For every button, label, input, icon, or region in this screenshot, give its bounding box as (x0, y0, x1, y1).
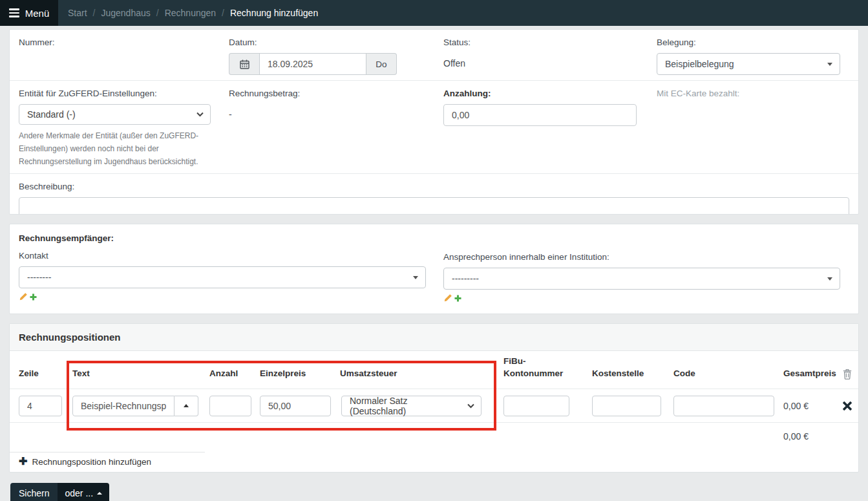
menu-button-label: Menü (25, 8, 50, 19)
datum-input[interactable] (259, 53, 366, 75)
breadcrumb-jugendhaus[interactable]: Jugendhaus (101, 8, 150, 18)
calendar-addon[interactable] (229, 53, 259, 75)
zeile-input[interactable] (19, 396, 62, 416)
col-header-fibu-kontonummer: FiBu-Kontonummer (496, 355, 584, 380)
datum-label: Datum: (229, 37, 443, 47)
einzelpreis-input[interactable] (260, 396, 331, 416)
positionen-title: Rechnungspositionen (10, 324, 858, 351)
ec-karte-label: Mit EC-Karte bezahlt: (657, 89, 849, 98)
save-options-label: oder ... (65, 488, 93, 498)
save-button[interactable]: Sichern (10, 483, 58, 501)
status-label: Status: (443, 37, 657, 47)
entitaet-help-text: Andere Merkmale der Entität (außer den Z… (19, 130, 211, 168)
datum-input-group: Do (229, 53, 397, 75)
chevron-down-icon (467, 403, 474, 409)
empfaenger-panel: Rechnungsempfänger: Kontakt -------- Ans… (9, 224, 859, 314)
col-header-code: Code (668, 367, 778, 380)
breadcrumb: Start / Jugendhaus / Rechnungen / Rechnu… (68, 8, 318, 18)
caret-down-icon (827, 63, 832, 66)
status-value: Offen (443, 53, 657, 69)
positionen-total-row: 0,00 € (10, 423, 858, 453)
umsatzsteuer-select[interactable]: Normaler Satz (Deutschland) (341, 396, 482, 416)
add-kontakt-plus-icon[interactable] (29, 293, 37, 301)
beschreibung-label: Beschreibung: (19, 182, 849, 191)
fibu-kontonummer-input[interactable] (503, 396, 569, 416)
caret-down-icon (413, 276, 418, 279)
menu-button[interactable]: Menü (0, 0, 58, 26)
entitaet-select[interactable]: Standard (-) (19, 104, 211, 125)
kontakt-label: Kontakt (19, 251, 426, 261)
datum-weekday-addon: Do (366, 53, 397, 75)
kostenstelle-input[interactable] (592, 396, 661, 416)
form-actions: Sichern oder ... (10, 483, 849, 501)
breadcrumb-current: Rechnung hinzufügen (230, 8, 318, 18)
total-row-divider (10, 452, 205, 453)
col-header-kostenstelle: Kostenstelle (584, 367, 668, 380)
col-header-einzelpreis: Einzelpreis (255, 367, 335, 380)
positionen-panel: Rechnungspositionen Zeile Text Anzahl Ei… (9, 323, 859, 473)
breadcrumb-rechnungen[interactable]: Rechnungen (165, 8, 216, 18)
add-ansprechperson-plus-icon[interactable] (454, 294, 462, 303)
rechnungsempfaenger-title: Rechnungsempfänger: (19, 233, 426, 243)
caret-down-icon (827, 277, 832, 281)
breadcrumb-start[interactable]: Start (68, 8, 87, 18)
position-text-input[interactable] (72, 396, 175, 416)
caret-up-icon (97, 492, 102, 495)
col-header-zeile: Zeile (10, 367, 69, 380)
kontakt-dropdown-value: -------- (27, 272, 51, 282)
invoice-head-panel: Nummer: Datum: (9, 29, 859, 215)
entitaet-select-value: Standard (-) (27, 109, 76, 120)
positionen-table: Zeile Text Anzahl Einzelpreis Umsatzsteu… (10, 351, 858, 472)
col-header-text: Text (69, 367, 205, 380)
top-navbar: Menü Start / Jugendhaus / Rechnungen / R… (0, 0, 868, 26)
text-suggestions-toggle-button[interactable] (175, 396, 198, 416)
code-input[interactable] (673, 396, 774, 416)
edit-ansprechperson-pencil-icon[interactable] (443, 293, 452, 303)
entitaet-label: Entität für ZuGFERD-Einstellungen: (19, 89, 211, 98)
rechnungsbetrag-label: Rechnungsbetrag: (229, 89, 443, 98)
position-row: Normaler Satz (Deutschland) 0,00 € (10, 389, 858, 423)
anzahlung-label: Anzahlung: (443, 89, 637, 98)
remove-row-x-icon[interactable] (843, 401, 852, 410)
breadcrumb-separator: / (93, 8, 96, 18)
breadcrumb-separator: / (222, 8, 224, 18)
trash-icon[interactable] (843, 369, 852, 379)
calendar-icon (240, 59, 249, 69)
belegung-label: Belegung: (657, 37, 840, 47)
chevron-down-icon (196, 112, 204, 117)
anzahl-input[interactable] (209, 396, 251, 416)
edit-kontakt-pencil-icon[interactable] (19, 292, 28, 301)
caret-up-icon (184, 404, 189, 407)
ansprechperson-dropdown[interactable]: --------- (443, 268, 840, 290)
ansprechperson-label: Ansprechperson innerhalb einer Instituti… (443, 252, 840, 262)
umsatzsteuer-select-value: Normaler Satz (Deutschland) (350, 396, 461, 416)
anzahlung-input[interactable] (443, 104, 637, 126)
add-position-link[interactable]: ✚ Rechnungsposition hinzufügen (19, 456, 151, 467)
save-options-dropdown-button[interactable]: oder ... (58, 483, 109, 501)
total-gesamtpreis-value: 0,00 € (783, 431, 809, 442)
hamburger-icon (9, 8, 19, 17)
belegung-dropdown-value: Beispielbelegung (665, 59, 734, 69)
positionen-header-row: Zeile Text Anzahl Einzelpreis Umsatzsteu… (10, 351, 858, 389)
beschreibung-input[interactable] (19, 197, 849, 215)
breadcrumb-separator: / (156, 8, 159, 18)
row-gesamtpreis-value: 0,00 € (778, 401, 836, 411)
plus-icon: ✚ (19, 456, 27, 467)
ansprechperson-dropdown-value: --------- (452, 273, 479, 284)
nummer-label: Nummer: (19, 37, 229, 47)
col-header-gesamtpreis: Gesamtpreis (778, 367, 836, 380)
rechnungsbetrag-value: - (229, 104, 443, 120)
kontakt-dropdown[interactable]: -------- (19, 266, 426, 288)
belegung-dropdown[interactable]: Beispielbelegung (657, 53, 840, 75)
add-position-label: Rechnungsposition hinzufügen (32, 457, 151, 467)
col-header-anzahl: Anzahl (205, 367, 255, 380)
col-header-umsatzsteuer: Umsatzsteuer (335, 367, 496, 380)
